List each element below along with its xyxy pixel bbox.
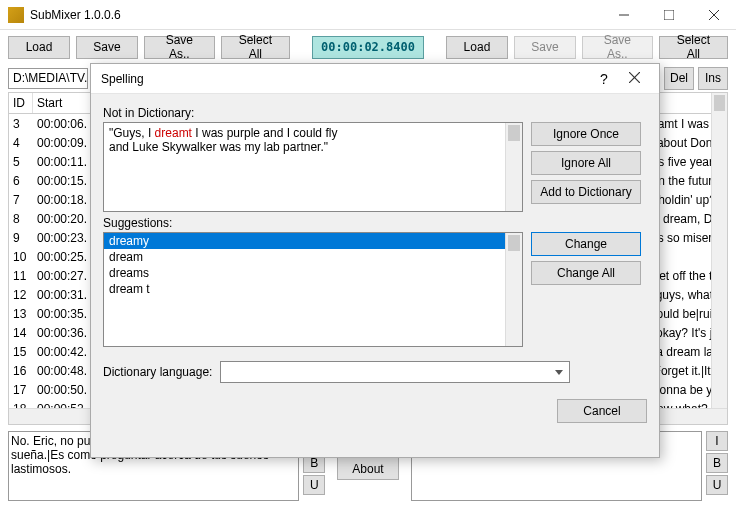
saveas-left-button[interactable]: Save As.. xyxy=(144,36,215,59)
add-to-dictionary-button[interactable]: Add to Dictionary xyxy=(531,180,641,204)
spelling-dialog: Spelling ? Not in Dictionary: "Guys, I d… xyxy=(90,63,660,458)
change-button[interactable]: Change xyxy=(531,232,641,256)
col-id[interactable]: ID xyxy=(9,93,33,113)
underline-right-button[interactable]: U xyxy=(706,475,728,495)
not-in-dictionary-label: Not in Dictionary: xyxy=(103,106,647,120)
table-scrollbar-v[interactable] xyxy=(711,93,727,424)
cancel-button[interactable]: Cancel xyxy=(557,399,647,423)
text-pre: "Guys, I xyxy=(109,126,155,140)
suggestions-label: Suggestions: xyxy=(103,216,647,230)
not-in-dictionary-text[interactable]: "Guys, I dreamt I was purple and I could… xyxy=(103,122,523,212)
load-right-button[interactable]: Load xyxy=(446,36,508,59)
underline-left-button[interactable]: U xyxy=(303,475,325,495)
main-toolbar: Load Save Save As.. Select All 00:00:02.… xyxy=(0,30,736,64)
italic-right-button[interactable]: I xyxy=(706,431,728,451)
selectall-right-button[interactable]: Select All xyxy=(659,36,728,59)
ignore-all-button[interactable]: Ignore All xyxy=(531,151,641,175)
load-left-button[interactable]: Load xyxy=(8,36,70,59)
save-right-button: Save xyxy=(514,36,576,59)
suggestions-list[interactable]: dreamydreamdreamsdream t xyxy=(103,232,523,347)
list-scrollbar[interactable] xyxy=(505,233,522,346)
dialog-close-button[interactable] xyxy=(619,72,649,86)
bold-right-button[interactable]: B xyxy=(706,453,728,473)
suggestion-option[interactable]: dreams xyxy=(104,265,522,281)
suggestion-option[interactable]: dreamy xyxy=(104,233,522,249)
svg-rect-1 xyxy=(664,10,674,20)
dialog-title: Spelling xyxy=(101,72,589,86)
help-button[interactable]: ? xyxy=(589,71,619,87)
about-button[interactable]: About xyxy=(337,457,399,480)
text-post: I was purple and I could fly xyxy=(192,126,337,140)
misspelled-word: dreamt xyxy=(155,126,192,140)
minimize-button[interactable] xyxy=(601,0,646,30)
change-all-button[interactable]: Change All xyxy=(531,261,641,285)
suggestion-option[interactable]: dream t xyxy=(104,281,522,297)
dictionary-language-select[interactable] xyxy=(220,361,570,383)
save-left-button[interactable]: Save xyxy=(76,36,138,59)
text-scrollbar[interactable] xyxy=(505,123,522,211)
titlebar: SubMixer 1.0.0.6 xyxy=(0,0,736,30)
selectall-left-button[interactable]: Select All xyxy=(221,36,290,59)
col-start[interactable]: Start xyxy=(33,93,91,113)
file-path-input[interactable]: D:\MEDIA\TV.m xyxy=(8,68,88,89)
window-title: SubMixer 1.0.0.6 xyxy=(30,8,601,22)
app-icon xyxy=(8,7,24,23)
maximize-button[interactable] xyxy=(646,0,691,30)
dictionary-language-label: Dictionary language: xyxy=(103,365,212,379)
insert-button[interactable]: Ins xyxy=(698,67,728,90)
text-line2: and Luke Skywalker was my lab partner." xyxy=(109,140,328,154)
timecode-display[interactable]: 00:00:02.8400 xyxy=(312,36,424,59)
delete-button[interactable]: Del xyxy=(664,67,694,90)
ignore-once-button[interactable]: Ignore Once xyxy=(531,122,641,146)
suggestion-option[interactable]: dream xyxy=(104,249,522,265)
close-button[interactable] xyxy=(691,0,736,30)
dialog-titlebar: Spelling ? xyxy=(91,64,659,94)
saveas-right-button: Save As.. xyxy=(582,36,653,59)
